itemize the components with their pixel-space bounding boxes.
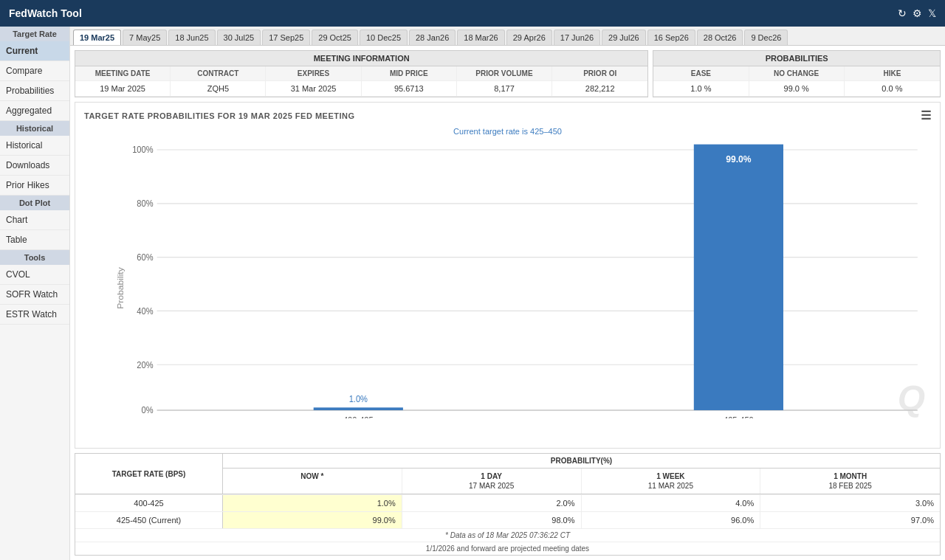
contract-label: Contract <box>171 66 266 81</box>
prob-labels: Ease No Change Hike <box>653 66 940 81</box>
probabilities-header: Probabilities <box>653 51 940 66</box>
table-row: 425-450 (Current) 99.0% 98.0% 96.0% 97.0… <box>75 511 940 528</box>
date-tab-18jun25[interactable]: 18 Jun25 <box>168 30 215 45</box>
chart-area: Target Rate Probabilities for 19 Mar 202… <box>75 102 941 449</box>
sidebar-dot-plot-label[interactable]: Dot Plot <box>0 196 69 210</box>
settings-icon[interactable]: ⚙ <box>913 7 922 19</box>
hike-value: 0.0 % <box>845 81 940 97</box>
svg-text:Probability: Probability <box>116 267 125 309</box>
date-tab-7may25[interactable]: 7 May25 <box>123 30 167 45</box>
svg-text:40%: 40% <box>137 305 153 316</box>
svg-text:20%: 20% <box>137 359 153 370</box>
prior-volume-label: Prior Volume <box>457 66 552 81</box>
sidebar-item-compare[interactable]: Compare <box>0 61 69 81</box>
svg-text:60%: 60% <box>137 252 153 263</box>
date-tab-29jul26[interactable]: 29 Jul26 <box>602 30 646 45</box>
projected-note: 1/1/2026 and forward are projected meeti… <box>75 542 940 555</box>
sidebar-item-sofr-watch[interactable]: SOFR Watch <box>0 285 69 305</box>
row2-target: 425-450 (Current) <box>75 512 223 528</box>
sidebar-item-chart[interactable]: Chart <box>0 210 69 230</box>
svg-text:0%: 0% <box>141 405 153 415</box>
date-tab-17sep25[interactable]: 17 Sep25 <box>262 30 310 45</box>
date-tab-29apr26[interactable]: 29 Apr26 <box>506 30 552 45</box>
contract-value: ZQH5 <box>171 81 266 97</box>
date-tab-16sep26[interactable]: 16 Sep26 <box>647 30 695 45</box>
no-change-value: 99.0 % <box>749 81 845 97</box>
chart-subtitle: Current target rate is 425–450 <box>75 125 940 139</box>
date-tab-9dec26[interactable]: 9 Dec26 <box>744 30 788 45</box>
date-tab-10dec25[interactable]: 10 Dec25 <box>360 30 408 45</box>
row1-target: 400-425 <box>75 495 223 511</box>
sidebar-item-current[interactable]: Current <box>0 41 69 61</box>
bottom-table-header: Target Rate (BPS) Probability(%) NOW * 1… <box>75 454 940 494</box>
sidebar-item-probabilities[interactable]: Probabilities <box>0 81 69 101</box>
row2-day1: 98.0% <box>402 512 582 528</box>
1month-header: 1 MONTH 18 FEB 2025 <box>760 469 940 494</box>
row1-values: 1.0% 2.0% 4.0% 3.0% <box>223 495 940 511</box>
table-row: 400-425 1.0% 2.0% 4.0% 3.0% <box>75 494 940 511</box>
sidebar-item-cvol[interactable]: CVOL <box>0 265 69 285</box>
date-tabs: 19 Mar257 May2518 Jun2530 Jul2517 Sep252… <box>70 27 945 46</box>
meeting-info-labels: Meeting Date Contract Expires Mid Price … <box>75 66 647 81</box>
twitter-icon[interactable]: 𝕏 <box>928 7 936 19</box>
main-layout: Target Rate Current Compare Probabilitie… <box>0 27 945 560</box>
app-title: FedWatch Tool <box>9 7 82 19</box>
meeting-info-values: 19 Mar 2025 ZQH5 31 Mar 2025 95.6713 8,1… <box>75 81 647 97</box>
probabilities-panel: Probabilities Ease No Change Hike 1.0 % … <box>653 50 941 97</box>
row1-month1: 3.0% <box>760 495 940 511</box>
prior-volume-value: 8,177 <box>457 81 552 97</box>
data-note: * Data as of 18 Mar 2025 07:36:22 CT <box>75 528 940 542</box>
svg-text:425-450: 425-450 <box>724 415 754 418</box>
prior-oi-label: Prior OI <box>552 66 647 81</box>
now-header: NOW * <box>223 469 402 494</box>
sidebar-item-aggregated[interactable]: Aggregated <box>0 101 69 121</box>
prob-sub-headers: NOW * 1 DAY 17 MAR 2025 1 WEEK 11 MAR 20… <box>223 469 940 494</box>
content-area: 19 Mar257 May2518 Jun2530 Jul2517 Sep252… <box>70 27 945 560</box>
mid-price-value: 95.6713 <box>362 81 457 97</box>
hike-label: Hike <box>845 66 940 81</box>
meeting-date-label: Meeting Date <box>75 66 171 81</box>
chart-svg: 100% 80% 60% 40% 20% 0% <box>112 142 932 418</box>
refresh-icon[interactable]: ↻ <box>898 7 907 19</box>
svg-text:100%: 100% <box>132 145 153 155</box>
svg-text:400-425: 400-425 <box>343 415 374 418</box>
date-tab-30jul25[interactable]: 30 Jul25 <box>217 30 261 45</box>
sidebar-item-table[interactable]: Table <box>0 230 69 250</box>
sidebar-item-prior-hikes[interactable]: Prior Hikes <box>0 176 69 196</box>
header-icons: ↻ ⚙ 𝕏 <box>898 7 936 19</box>
bar-425-450 <box>694 145 783 410</box>
date-tab-28oct26[interactable]: 28 Oct26 <box>697 30 743 45</box>
date-tab-19mar25[interactable]: 19 Mar25 <box>73 30 121 45</box>
row1-week1: 4.0% <box>582 495 761 511</box>
mid-price-label: Mid Price <box>362 66 457 81</box>
sidebar-historical-label[interactable]: Historical <box>0 121 69 136</box>
expires-value: 31 Mar 2025 <box>266 81 361 97</box>
sidebar-item-downloads[interactable]: Downloads <box>0 156 69 176</box>
row2-now: 99.0% <box>223 512 402 528</box>
row1-now: 1.0% <box>223 495 402 511</box>
chart-menu-icon[interactable]: ☰ <box>921 108 932 122</box>
chart-title-text: Target Rate Probabilities for 19 Mar 202… <box>84 111 355 120</box>
sidebar-target-rate-label[interactable]: Target Rate <box>0 27 69 41</box>
date-tab-18mar26[interactable]: 18 Mar26 <box>457 30 504 45</box>
ease-value: 1.0 % <box>653 81 749 97</box>
row2-month1: 97.0% <box>760 512 940 528</box>
chart-title-bar: Target Rate Probabilities for 19 Mar 202… <box>75 103 940 125</box>
date-tab-17jun26[interactable]: 17 Jun26 <box>554 30 600 45</box>
date-tab-28jan26[interactable]: 28 Jan26 <box>409 30 456 45</box>
svg-text:1.0%: 1.0% <box>349 393 368 404</box>
sidebar-item-estr-watch[interactable]: ESTR Watch <box>0 305 69 325</box>
row2-week1: 96.0% <box>582 512 761 528</box>
expires-label: Expires <box>266 66 361 81</box>
prior-oi-value: 282,212 <box>552 81 647 97</box>
svg-text:99.0%: 99.0% <box>726 153 751 165</box>
prob-col-group-header: Probability(%) <box>223 454 940 469</box>
info-panels: Meeting Information Meeting Date Contrac… <box>75 50 941 97</box>
date-tab-29oct25[interactable]: 29 Oct25 <box>312 30 358 45</box>
1day-header: 1 DAY 17 MAR 2025 <box>402 469 582 494</box>
app-header: FedWatch Tool ↻ ⚙ 𝕏 <box>0 0 945 27</box>
target-rate-col-header: Target Rate (BPS) <box>75 454 223 494</box>
sidebar-item-historical[interactable]: Historical <box>0 136 69 156</box>
sidebar-tools-label[interactable]: Tools <box>0 250 69 265</box>
sidebar: Target Rate Current Compare Probabilitie… <box>0 27 70 560</box>
